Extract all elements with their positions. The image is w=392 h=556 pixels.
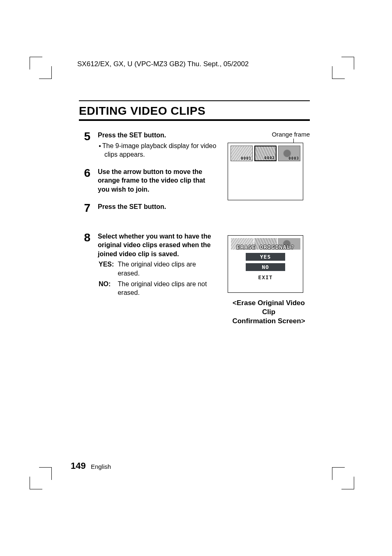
thumbnail-id: 0003 (288, 156, 299, 160)
page-language: English (91, 463, 111, 470)
thumbnail-id: 0002 (264, 156, 275, 160)
confirm-screen: ERASE ORIGINAL? YES NO EXIT (228, 235, 303, 293)
step-heading: Select whether you want to have the orig… (98, 232, 218, 259)
step-bullet: The 9-image playback display for video c… (99, 141, 218, 159)
option-yes: YES (246, 253, 285, 261)
step-number: 5 (79, 131, 90, 142)
option-no: NO (246, 263, 285, 271)
crop-mark-bottom-right (332, 467, 354, 489)
step-8: 8 Select whether you want to have the or… (79, 232, 218, 297)
step-heading: Press the SET button. (98, 131, 218, 140)
figure-caption: <Erase Original Video Clip Confirmation … (228, 299, 310, 326)
title-rule (79, 100, 310, 101)
option-label-no: NO: (99, 280, 116, 289)
step-number: 8 (79, 232, 90, 243)
figure-label: Orange frame (228, 131, 310, 138)
dialog-title: ERASE ORIGINAL? (236, 244, 294, 250)
step-heading: Use the arrow button to move the orange … (98, 167, 218, 194)
doc-header: SX612/EX, GX, U (VPC-MZ3 GB2) Thu. Sept.… (77, 60, 249, 68)
step-heading: Press the SET button. (98, 202, 218, 211)
thumbnail-selected: 0002 (254, 146, 277, 161)
caption-line: Confirmation Screen> (232, 317, 305, 325)
crop-mark-top-left (30, 57, 52, 79)
option-label-yes: YES: (99, 260, 116, 269)
option-text: The original video clips are not erased. (118, 280, 215, 297)
option-text: The original video clips are erased. (118, 260, 215, 278)
step-6: 6 Use the arrow button to move the orang… (79, 167, 218, 194)
thumbnail-id: 0001 (241, 156, 251, 160)
leader-line (293, 139, 294, 143)
title-rule (79, 119, 310, 121)
option-exit: EXIT (246, 273, 285, 281)
caption-line: <Erase Original Video Clip (233, 299, 305, 316)
thumbnail: 0003 (278, 146, 300, 161)
step-7: 7 Press the SET button. (79, 202, 218, 214)
step-5: 5 Press the SET button. The 9-image play… (79, 131, 218, 159)
page-title: EDITING VIDEO CLIPS (79, 104, 310, 118)
crop-mark-top-right (332, 57, 354, 79)
page-number: 149 (71, 461, 86, 471)
playback-screen: 0001 0002 0003 (228, 143, 303, 200)
page-footer: 149 English (71, 461, 111, 471)
step-number: 6 (79, 167, 90, 179)
thumbnail: 0001 (231, 146, 253, 161)
step-number: 7 (79, 202, 90, 214)
crop-mark-bottom-left (30, 467, 52, 489)
